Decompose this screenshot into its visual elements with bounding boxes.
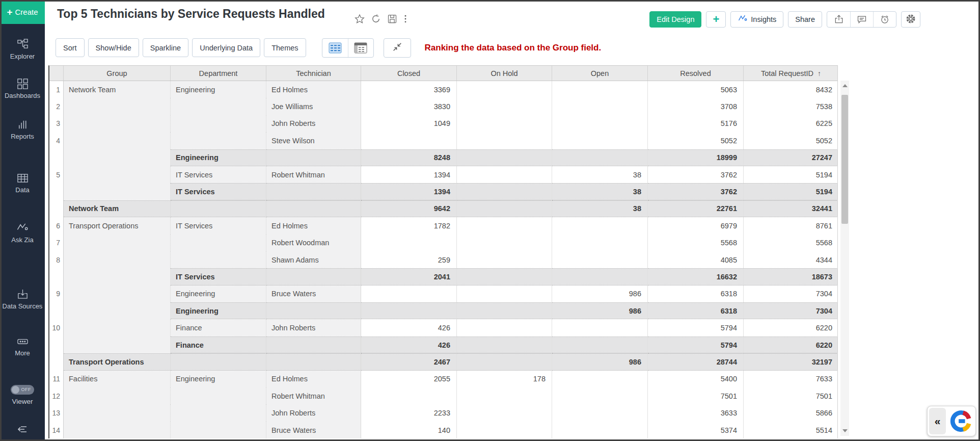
cell-open[interactable] xyxy=(552,98,648,115)
cell-department[interactable]: IT Services xyxy=(171,217,266,234)
vertical-scrollbar[interactable] xyxy=(840,81,849,436)
cell-department[interactable] xyxy=(171,115,266,132)
cell-total[interactable]: 27247 xyxy=(744,149,838,166)
cell-total[interactable]: 32441 xyxy=(744,200,838,217)
cell-technician[interactable]: Ed Holmes xyxy=(266,217,361,234)
cell-resolved[interactable]: 3633 xyxy=(648,404,744,421)
cell-onhold[interactable] xyxy=(457,217,552,234)
share-button[interactable]: Share xyxy=(788,11,822,28)
cell-open[interactable] xyxy=(552,217,648,234)
cell-closed[interactable]: 259 xyxy=(361,251,457,268)
cell-open[interactable] xyxy=(552,235,648,251)
cell-resolved[interactable]: 5568 xyxy=(648,235,744,251)
viewer-toggle[interactable]: OFF xyxy=(11,385,34,395)
cell-open[interactable] xyxy=(552,251,648,268)
cell-resolved[interactable]: 5374 xyxy=(648,422,744,438)
comments-button[interactable] xyxy=(850,12,873,27)
refresh-icon[interactable] xyxy=(371,14,381,24)
cell-open[interactable]: 986 xyxy=(552,302,648,319)
cell-onhold[interactable] xyxy=(457,200,552,217)
cell-closed[interactable] xyxy=(361,235,457,251)
cell-closed[interactable]: 9642 xyxy=(361,200,457,217)
cell-closed[interactable] xyxy=(361,302,457,319)
cell-resolved[interactable]: 22761 xyxy=(648,200,744,217)
create-button[interactable]: + Create xyxy=(0,0,45,24)
cell-technician[interactable]: Ed Holmes xyxy=(266,81,361,98)
cell-open[interactable] xyxy=(552,115,648,132)
cell-open[interactable] xyxy=(552,404,648,421)
cell-closed[interactable]: 1394 xyxy=(361,183,457,200)
add-button[interactable]: + xyxy=(706,11,726,28)
sidebar-item-data[interactable]: Data xyxy=(0,172,45,194)
cell-closed[interactable]: 2055 xyxy=(361,371,457,387)
cell-onhold[interactable] xyxy=(457,336,552,353)
cell-department[interactable] xyxy=(171,200,266,217)
cell-group[interactable] xyxy=(64,98,171,115)
cell-group[interactable] xyxy=(64,404,171,421)
cell-technician[interactable]: Bruce Waters xyxy=(266,422,361,438)
cell-resolved[interactable]: 5176 xyxy=(648,115,744,132)
cell-technician[interactable] xyxy=(266,353,361,370)
insights-button[interactable]: Insights xyxy=(730,11,783,28)
cell-technician[interactable]: John Roberts xyxy=(266,115,361,132)
underlying-data-button[interactable]: Underlying Data xyxy=(192,38,260,57)
cell-total[interactable]: 32197 xyxy=(744,353,838,370)
tabular-view-icon[interactable] xyxy=(322,39,348,57)
cell-technician[interactable]: John Roberts xyxy=(266,319,361,336)
cell-closed[interactable] xyxy=(361,132,457,149)
cell-onhold[interactable] xyxy=(457,235,552,251)
cell-department[interactable] xyxy=(171,353,266,370)
column-header-total-requestid[interactable]: Total RequestID ↑ xyxy=(744,66,838,81)
cell-open[interactable] xyxy=(552,81,648,98)
cell-closed[interactable]: 426 xyxy=(361,319,457,336)
cell-technician[interactable]: Robert Whitman xyxy=(266,387,361,404)
cell-resolved[interactable]: 5400 xyxy=(648,371,744,387)
cell-group[interactable] xyxy=(64,319,171,336)
column-header-technician[interactable]: Technician xyxy=(266,66,361,81)
cell-total[interactable]: 5052 xyxy=(744,132,838,149)
cell-onhold[interactable] xyxy=(457,115,552,132)
cell-department[interactable] xyxy=(171,235,266,251)
cell-closed[interactable]: 1049 xyxy=(361,115,457,132)
cell-group[interactable] xyxy=(64,422,171,438)
cell-open[interactable]: 986 xyxy=(552,353,648,370)
column-header-onhold[interactable]: On Hold xyxy=(457,66,552,81)
cell-resolved[interactable]: 3762 xyxy=(648,183,744,200)
cell-open[interactable] xyxy=(552,336,648,353)
cell-group[interactable] xyxy=(64,183,171,200)
cell-department[interactable]: Engineering xyxy=(171,149,266,166)
cell-total[interactable]: 7304 xyxy=(744,286,838,302)
cell-open[interactable] xyxy=(552,149,648,166)
cell-technician[interactable] xyxy=(266,149,361,166)
cell-group[interactable] xyxy=(64,302,171,319)
cell-onhold[interactable] xyxy=(457,353,552,370)
cell-closed[interactable]: 8248 xyxy=(361,149,457,166)
cell-closed[interactable] xyxy=(361,286,457,302)
cell-group[interactable]: Facilities xyxy=(64,371,171,387)
cell-technician[interactable] xyxy=(266,200,361,217)
cell-group[interactable] xyxy=(64,149,171,166)
cell-onhold[interactable] xyxy=(457,286,552,302)
cell-technician[interactable]: John Roberts xyxy=(266,404,361,421)
cell-resolved[interactable]: 6979 xyxy=(648,217,744,234)
cell-group[interactable] xyxy=(64,235,171,251)
favorite-star-icon[interactable] xyxy=(355,14,365,24)
cell-open[interactable]: 38 xyxy=(552,200,648,217)
cell-technician[interactable]: Robert Woodman xyxy=(266,235,361,251)
cell-group[interactable] xyxy=(64,387,171,404)
show-hide-button[interactable]: Show/Hide xyxy=(88,38,139,57)
cell-technician[interactable] xyxy=(266,183,361,200)
column-header-resolved[interactable]: Resolved xyxy=(648,66,744,81)
cell-resolved[interactable]: 3762 xyxy=(648,166,744,183)
sidebar-item-ask-zia[interactable]: Ask Zia xyxy=(0,222,45,244)
cell-department[interactable]: Engineering xyxy=(171,302,266,319)
themes-button[interactable]: Themes xyxy=(264,38,306,57)
collapse-sidebar-button[interactable] xyxy=(0,423,45,437)
cell-total[interactable]: 6220 xyxy=(744,336,838,353)
cell-technician[interactable]: Ed Holmes xyxy=(266,371,361,387)
cell-onhold[interactable] xyxy=(457,132,552,149)
sort-button[interactable]: Sort xyxy=(56,38,85,57)
cell-group[interactable]: Transport Operations xyxy=(64,353,171,370)
cell-onhold[interactable] xyxy=(457,183,552,200)
export-button[interactable] xyxy=(827,12,850,27)
